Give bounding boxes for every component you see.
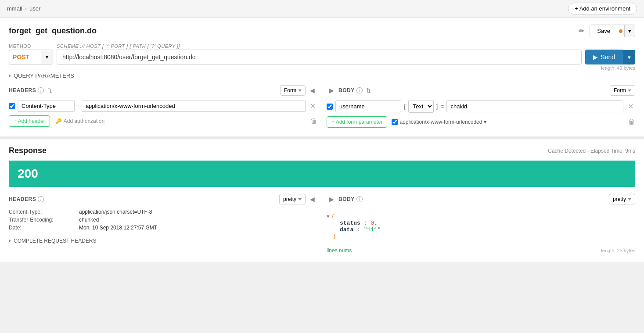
body-bottom-row: + Add form parameter application/x-www-f… (327, 116, 635, 128)
encoding-checkbox[interactable] (392, 119, 398, 125)
response-section: Response Cache Detected - Elapsed Time: … (0, 139, 644, 262)
title-actions: ✏ Save ▾ (577, 25, 635, 37)
resp-header-val-1: chunked (79, 217, 99, 223)
url-input[interactable] (57, 50, 582, 64)
sort-icon[interactable]: ⇅ (47, 87, 52, 94)
body-form-label: Form (614, 87, 626, 93)
body-form-button[interactable]: Form (610, 85, 635, 96)
open-brace: { (331, 213, 335, 220)
body-value-input[interactable] (446, 100, 623, 112)
method-select[interactable]: POST GET PUT DELETE (9, 50, 41, 64)
resp-headers-format-arrow (298, 198, 302, 201)
resp-headers-right: pretty ◀ (279, 194, 317, 204)
headers-info-icon: i (38, 87, 44, 93)
body-sort-icon[interactable]: ⇅ (366, 87, 371, 94)
url-label: SCHEME :// HOST [ ':' PORT ] [ PATH [ '?… (57, 43, 582, 49)
request-title-row: forget_get_question.do ✏ Save ▾ (9, 25, 635, 37)
body-panel: ▶ BODY i ⇅ Form [ Text (327, 85, 635, 128)
panel-divider (322, 85, 322, 128)
header-value-input[interactable] (82, 100, 306, 112)
headers-title: HEADERS (9, 87, 36, 93)
status-line: status : 0, (340, 220, 635, 226)
resp-header-val-0: application/json;charset=UTF-8 (79, 209, 152, 215)
resp-body-format-arrow (628, 198, 631, 201)
save-btn-group: Save ▾ (590, 25, 635, 37)
breadcrumb-sep: › (25, 5, 27, 12)
headers-panel: HEADERS i ⇅ Form ◀ : ✕ (9, 85, 317, 128)
resp-headers-format-button[interactable]: pretty (279, 194, 306, 204)
complete-req-label: COMPLETE REQUEST HEADERS (14, 238, 96, 244)
method-arrow-button[interactable]: ▾ (41, 50, 53, 64)
add-auth-button[interactable]: 🔑 Add authorization (55, 118, 104, 124)
complete-req-row[interactable]: COMPLETE REQUEST HEADERS (9, 238, 317, 244)
breadcrumb: mmall › user (7, 5, 40, 12)
body-type-select[interactable]: Text File (408, 100, 434, 113)
response-panels-row: HEADERS i pretty ◀ Content-Type: applica… (9, 194, 635, 254)
resp-body-bottom: lines nums length: 25 bytes (327, 247, 635, 254)
save-dot (619, 29, 622, 33)
encoding-select-button[interactable]: ▾ (484, 119, 486, 125)
header-row: : ✕ (9, 100, 317, 112)
query-params-triangle (9, 74, 11, 78)
method-label: METHOD (9, 43, 53, 49)
request-section: forget_get_question.do ✏ Save ▾ METHOD P… (0, 18, 644, 139)
resp-header-key-1: Transfer-Encoding: (9, 217, 79, 223)
resp-headers-title: HEADERS (9, 196, 36, 202)
data-line: data : "111" (340, 226, 635, 233)
resp-body-right: pretty (609, 194, 635, 204)
header-delete-button[interactable]: ✕ (308, 101, 317, 111)
headers-collapse-button[interactable]: ◀ (307, 86, 317, 95)
complete-req-triangle (9, 239, 11, 243)
body-delete-button[interactable]: ✕ (626, 101, 635, 111)
add-form-param-button[interactable]: + Add form parameter (327, 116, 387, 128)
status-key: status (340, 220, 360, 226)
request-title: forget_get_question.do (9, 26, 97, 36)
send-icon: ▶ (593, 54, 598, 61)
url-length: length: 49 bytes (9, 65, 635, 71)
resp-body-title: BODY (338, 196, 355, 202)
lines-nums-button[interactable]: lines nums (327, 247, 352, 254)
body-info-icon: i (356, 87, 363, 93)
query-params-row[interactable]: QUERY PARAMETERS (9, 71, 635, 81)
headers-form-arrow (298, 90, 302, 92)
collapse-arrow[interactable]: ▼ (327, 214, 330, 219)
resp-body-format-button[interactable]: pretty (609, 194, 635, 204)
key-icon: 🔑 (55, 118, 62, 124)
data-colon: : (357, 226, 364, 233)
add-environment-button[interactable]: + Add an environment (568, 3, 637, 14)
response-headers-panel: HEADERS i pretty ◀ Content-Type: applica… (9, 194, 317, 254)
body-checkbox[interactable] (327, 104, 333, 110)
breadcrumb-mmall: mmall (7, 5, 22, 12)
resp-headers-list: Content-Type: application/json;charset=U… (9, 209, 317, 231)
headers-trash-icon[interactable]: 🗑 (310, 117, 317, 125)
send-dropdown-button[interactable]: ▾ (623, 50, 635, 64)
resp-headers-collapse-button[interactable]: ◀ (307, 195, 317, 204)
top-bar: mmall › user + Add an environment (0, 0, 644, 18)
status-comma: , (374, 220, 378, 226)
send-btn-group: ▶ Send ▾ (585, 50, 635, 64)
headers-form-label: Form (284, 87, 296, 93)
body-trash-icon[interactable]: 🗑 (628, 118, 635, 126)
resp-header-date: Date: Mon, 10 Sep 2018 12:27:57 GMT (9, 225, 317, 231)
status-colon: : (364, 220, 371, 226)
add-header-button[interactable]: + Add header (9, 115, 50, 127)
save-dropdown-button[interactable]: ▾ (624, 25, 635, 37)
header-checkbox[interactable] (9, 103, 15, 109)
method-select-wrap: POST GET PUT DELETE ▾ (9, 50, 53, 64)
data-key: data (340, 226, 353, 233)
edit-title-button[interactable]: ✏ (577, 25, 586, 37)
resp-header-key-0: Content-Type: (9, 209, 79, 215)
response-body-panel: ▶ BODY i pretty ▼ { status (327, 194, 635, 254)
headers-panel-right: Form ◀ (280, 85, 317, 96)
send-label: Send (601, 54, 615, 61)
headers-form-button[interactable]: Form (280, 85, 306, 96)
resp-body-expand-button[interactable]: ▶ (327, 195, 337, 204)
close-brace: } (333, 233, 336, 240)
save-button[interactable]: Save (590, 25, 617, 37)
encoding-label: application/x-www-form-urlencoded (399, 119, 482, 125)
body-expand-button[interactable]: ▶ (327, 86, 337, 95)
send-button[interactable]: ▶ Send (585, 50, 623, 64)
status-value: 0 (371, 220, 374, 226)
header-key-input[interactable] (18, 100, 75, 112)
body-key-input[interactable] (335, 100, 401, 112)
